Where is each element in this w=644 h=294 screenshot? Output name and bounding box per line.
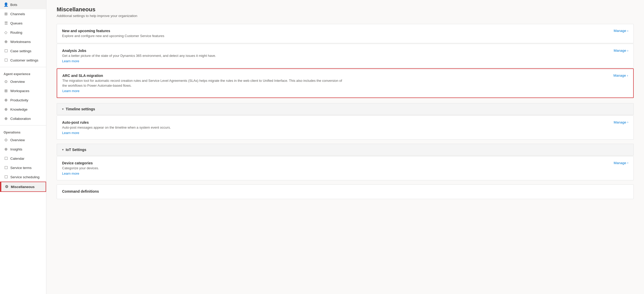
command-definitions-content: Command definitions: [62, 189, 628, 194]
calendar-icon: ☐: [4, 156, 8, 161]
new-upcoming-section: New and upcoming features Explore and co…: [57, 24, 634, 43]
case-settings-icon: ☐: [4, 49, 8, 53]
command-definitions-title: Command definitions: [62, 189, 628, 193]
analysis-jobs-title: Analysis Jobs: [62, 49, 607, 53]
overview-agent-icon: ⊙: [4, 79, 8, 84]
iot-settings-label: IoT Settings: [66, 148, 86, 152]
queues-icon: ☰: [4, 21, 8, 25]
arc-sla-desc: The migration tool for automatic record …: [62, 78, 346, 88]
sidebar-item-queues[interactable]: ☰ Queues: [0, 19, 46, 28]
sidebar-item-routing[interactable]: ◇ Routing: [0, 28, 46, 37]
sidebar-item-overview-ops[interactable]: ⊙ Overview: [0, 135, 46, 145]
analysis-jobs-desc: Get a better picture of the state of you…: [62, 54, 345, 58]
new-upcoming-content: New and upcoming features Explore and co…: [62, 29, 607, 38]
sidebar-item-productivity[interactable]: ⊕ Productivity: [0, 95, 46, 105]
arc-sla-content: ARC and SLA migration The migration tool…: [62, 74, 607, 93]
timeline-settings-content: Auto-post rules Auto-post messages appea…: [57, 115, 634, 140]
new-upcoming-row: New and upcoming features Explore and co…: [57, 24, 633, 43]
arc-sla-row: ARC and SLA migration The migration tool…: [57, 69, 633, 97]
new-upcoming-title: New and upcoming features: [62, 29, 607, 33]
insights-icon: ⊕: [4, 147, 8, 152]
device-categories-title: Device categories: [62, 161, 607, 165]
command-definitions-row: Command definitions: [57, 185, 633, 199]
new-upcoming-desc: Explore and configure new and upcoming C…: [62, 34, 345, 38]
sidebar-item-customer-settings[interactable]: ☐ Customer settings: [0, 56, 46, 65]
new-upcoming-manage-chevron: ›: [627, 29, 628, 33]
sidebar-item-channels[interactable]: ⊞ Channels: [0, 9, 46, 19]
workspaces-icon: ⊞: [4, 88, 8, 93]
arc-sla-manage-button[interactable]: Manage ›: [613, 74, 628, 77]
device-categories-manage-chevron: ›: [627, 161, 628, 165]
command-definitions-section: Command definitions: [57, 184, 634, 199]
routing-icon: ◇: [4, 30, 8, 35]
main-content: Miscellaneous Additional settings to hel…: [46, 0, 644, 294]
auto-post-rules-learn-more-link[interactable]: Learn more: [62, 131, 79, 135]
arc-sla-title: ARC and SLA migration: [62, 74, 607, 78]
sidebar-item-service-terms[interactable]: ☐ Service terms: [0, 163, 46, 172]
divider-2: [0, 125, 46, 126]
bots-icon: 👤: [4, 2, 8, 7]
arc-sla-section: ARC and SLA migration The migration tool…: [57, 68, 634, 98]
sidebar-item-collaboration[interactable]: ⊕ Collaboration: [0, 114, 46, 123]
knowledge-icon: ⊕: [4, 107, 8, 112]
sidebar: 👤 Bots ⊞ Channels ☰ Queues ◇ Routing ⊕ W…: [0, 0, 46, 294]
collaboration-icon: ⊕: [4, 116, 8, 121]
sidebar-item-calendar[interactable]: ☐ Calendar: [0, 154, 46, 163]
sidebar-item-knowledge[interactable]: ⊕ Knowledge: [0, 105, 46, 114]
service-terms-icon: ☐: [4, 165, 8, 170]
auto-post-rules-title: Auto-post rules: [62, 120, 607, 124]
agent-experience-section-label: Agent experience: [0, 69, 46, 77]
analysis-jobs-manage-button[interactable]: Manage ›: [614, 49, 628, 52]
workstreams-icon: ⊕: [4, 39, 8, 44]
sidebar-item-workspaces[interactable]: ⊞ Workspaces: [0, 86, 46, 95]
auto-post-rules-row: Auto-post rules Auto-post messages appea…: [57, 116, 633, 139]
sidebar-item-overview-agent[interactable]: ⊙ Overview: [0, 77, 46, 86]
sidebar-item-case-settings[interactable]: ☐ Case settings: [0, 46, 46, 56]
analysis-jobs-content: Analysis Jobs Get a better picture of th…: [62, 49, 607, 63]
device-categories-desc: Categorize your devices.: [62, 166, 345, 171]
iot-settings-header[interactable]: ▾ IoT Settings: [57, 144, 634, 156]
sidebar-item-workstreams[interactable]: ⊕ Workstreams: [0, 37, 46, 46]
device-categories-learn-more-link[interactable]: Learn more: [62, 172, 79, 175]
arc-sla-learn-more-link[interactable]: Learn more: [62, 89, 79, 93]
device-categories-manage-button[interactable]: Manage ›: [614, 161, 628, 165]
analysis-jobs-section: Analysis Jobs Get a better picture of th…: [57, 44, 634, 68]
timeline-settings-label: Timeline settings: [66, 107, 95, 111]
auto-post-rules-manage-chevron: ›: [627, 120, 628, 124]
productivity-icon: ⊕: [4, 98, 8, 102]
arc-sla-manage-chevron: ›: [627, 74, 628, 77]
iot-settings-content: Device categories Categorize your device…: [57, 156, 634, 180]
auto-post-rules-manage-button[interactable]: Manage ›: [614, 120, 628, 124]
analysis-jobs-manage-chevron: ›: [627, 49, 628, 52]
customer-settings-icon: ☐: [4, 58, 8, 63]
device-categories-row: Device categories Categorize your device…: [57, 156, 633, 180]
divider-1: [0, 67, 46, 67]
miscellaneous-icon: ⚙: [4, 184, 9, 189]
timeline-settings-header[interactable]: ▾ Timeline settings: [57, 103, 634, 115]
sidebar-item-service-scheduling[interactable]: ☐ Service scheduling: [0, 172, 46, 182]
page-subtitle: Additional settings to help improve your…: [57, 14, 634, 18]
analysis-jobs-row: Analysis Jobs Get a better picture of th…: [57, 44, 633, 68]
analysis-jobs-learn-more-link[interactable]: Learn more: [62, 59, 79, 63]
device-categories-content: Device categories Categorize your device…: [62, 161, 607, 175]
channels-icon: ⊞: [4, 12, 8, 16]
sidebar-item-bots[interactable]: 👤 Bots: [0, 0, 46, 9]
timeline-settings-chevron: ▾: [62, 107, 64, 111]
sidebar-item-miscellaneous[interactable]: ⚙ Miscellaneous: [0, 182, 46, 192]
operations-section-label: Operations: [0, 128, 46, 135]
new-upcoming-manage-button[interactable]: Manage ›: [614, 29, 628, 33]
auto-post-rules-desc: Auto-post messages appear on the timelin…: [62, 125, 345, 130]
service-scheduling-icon: ☐: [4, 175, 8, 179]
auto-post-rules-content: Auto-post rules Auto-post messages appea…: [62, 120, 607, 135]
page-title: Miscellaneous: [57, 6, 634, 13]
iot-settings-chevron: ▾: [62, 148, 64, 152]
sidebar-item-insights[interactable]: ⊕ Insights: [0, 145, 46, 154]
overview-ops-icon: ⊙: [4, 138, 8, 142]
